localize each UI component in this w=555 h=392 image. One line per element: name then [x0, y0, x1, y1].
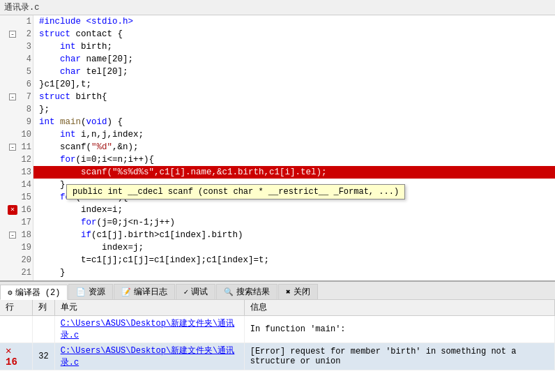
code-type: int [60, 130, 76, 140]
panel-tab-调试[interactable]: ✓调试 [176, 284, 215, 299]
panel-tab-搜索结果[interactable]: 🔍搜索结果 [216, 284, 278, 299]
tab-label: 搜索结果 [236, 286, 270, 298]
gutter-line-7: -7 [0, 91, 33, 103]
table-row[interactable]: C:\Users\ASUS\Desktop\新建文件夹\通讯录.cIn func… [0, 315, 555, 342]
code-container: 1-23456-78910-1112131415✕1617-1819202122… [0, 15, 555, 280]
gutter-line-5: 5 [0, 66, 33, 78]
line-number: 2 [19, 28, 31, 40]
panel-tab-资源[interactable]: 📄资源 [68, 284, 113, 299]
line-number: 1 [19, 15, 31, 28]
code-text [55, 117, 61, 127]
code-line-24: } [33, 266, 555, 279]
tab-label: 关闭 [294, 286, 310, 298]
table-header: 列 [33, 300, 54, 315]
line-number: 19 [19, 241, 31, 254]
tab-icon: 📝 [121, 287, 131, 296]
panel-tabs: ⚙编译器 (2)📄资源📝编译日志✓调试🔍搜索结果✖关闭 [0, 282, 555, 300]
panel-tab-编译器 (2)[interactable]: ⚙编译器 (2) [0, 285, 68, 300]
tab-icon: 📄 [76, 287, 86, 296]
unit-path[interactable]: C:\Users\ASUS\Desktop\新建文件夹\通讯录.c [54, 342, 244, 370]
code-text: index=i; [39, 205, 123, 215]
line-number: 5 [19, 66, 31, 78]
code-string: "%d" [91, 142, 112, 152]
fold-marker[interactable]: - [9, 93, 16, 100]
gutter-line-13: 13 [0, 166, 33, 179]
panel-content: 行列单元信息 C:\Users\ASUS\Desktop\新建文件夹\通讯录.c… [0, 300, 555, 392]
tab-icon: ✓ [183, 287, 188, 296]
tooltip-text: public int __cdecl scanf (const char * _… [73, 187, 399, 197]
line-number: 4 [19, 53, 31, 66]
code-text [39, 230, 81, 240]
gutter-line-14: 14 [0, 179, 33, 191]
gutter-line-20: 20 [0, 254, 33, 266]
code-line-9: }; [33, 103, 555, 116]
row-num [0, 315, 33, 342]
code-text: i,n,j,index; [76, 130, 144, 140]
bottom-panel: ⚙编译器 (2)📄资源📝编译日志✓调试🔍搜索结果✖关闭 行列单元信息 C:\Us… [0, 280, 555, 392]
code-keyword: struct [39, 92, 70, 102]
path-link[interactable]: C:\Users\ASUS\Desktop\新建文件夹\通讯录.c [61, 319, 235, 340]
code-line-25: for(i=0;i<n;i++) [33, 279, 555, 280]
code-text: ,c1[i].name,&c1.birth,c1[i].tel); [154, 167, 327, 177]
code-string: "%s%d%s" [112, 167, 154, 177]
gutter-line-12: 12 [0, 153, 33, 166]
code-preprocessor: #include <stdio.h> [39, 17, 133, 27]
code-text: birth; [76, 42, 113, 52]
fold-marker[interactable]: - [9, 232, 16, 239]
gutter-line-2: -2 [0, 28, 33, 40]
code-type: int [39, 117, 55, 127]
gutter-line-22: 22 [0, 279, 33, 280]
table-header: 单元 [54, 300, 244, 315]
tab-label: 编译日志 [134, 286, 167, 298]
code-keyword: for [60, 155, 76, 165]
gutter-line-9: 9 [0, 116, 33, 128]
line-number: 9 [19, 116, 31, 128]
panel-tab-关闭[interactable]: ✖关闭 [278, 284, 318, 299]
code-line-3: int birth; [33, 40, 555, 53]
code-type: char [60, 54, 81, 64]
gutter-line-8: 8 [0, 103, 33, 116]
fold-marker[interactable]: - [9, 144, 16, 151]
code-text: ,&n); [112, 142, 139, 152]
tab-icon: ⚙ [8, 288, 13, 297]
gutter-line-4: 4 [0, 53, 33, 66]
code-line-5: char tel[20]; [33, 66, 555, 78]
line-number: 16 [19, 204, 31, 216]
title-bar: 通讯录.c [0, 0, 555, 15]
unit-path[interactable]: C:\Users\ASUS\Desktop\新建文件夹\通讯录.c [54, 315, 244, 342]
panel-tab-编译日志[interactable]: 📝编译日志 [114, 284, 175, 299]
code-text [39, 155, 60, 165]
code-text: ) { [107, 117, 123, 127]
code-lines: #include <stdio.h>struct contact { int b… [33, 15, 555, 280]
code-text: }c1[20],t; [39, 80, 91, 89]
code-line-2: struct contact { [33, 28, 555, 40]
tab-icon: 🔍 [224, 287, 234, 296]
code-text [39, 67, 60, 77]
error-info: [Error] request for member 'birth' in so… [244, 342, 554, 370]
code-text: t=c1[j];c1[j]=c1[index];c1[index]=t; [39, 255, 269, 265]
code-text: tel[20]; [81, 67, 128, 77]
gutter-line-10: 10 [0, 128, 33, 141]
line-number: 7 [19, 91, 31, 103]
code-text: (i=0;i<=n;i++){ [76, 155, 155, 165]
code-line-11: int main(void) { [33, 116, 555, 128]
table-row[interactable]: ✕ 1632C:\Users\ASUS\Desktop\新建文件夹\通讯录.c[… [0, 342, 555, 370]
code-line-7: struct birth{ [33, 91, 555, 103]
table-header: 行 [0, 300, 33, 315]
error-marker: ✕ [8, 205, 17, 215]
path-link[interactable]: C:\Users\ASUS\Desktop\新建文件夹\通讯录.c [61, 346, 235, 368]
gutter-line-6: 6 [0, 78, 33, 91]
table-header: 信息 [244, 300, 554, 315]
fold-marker[interactable]: - [9, 31, 16, 38]
code-text: scanf( [39, 142, 91, 152]
code-line-4: char name[20]; [33, 53, 555, 66]
code-text: scanf( [39, 167, 112, 177]
line-number: 10 [19, 128, 31, 141]
line-number: 8 [19, 103, 31, 116]
code-text [39, 193, 60, 202]
col-num: 32 [33, 342, 54, 370]
tooltip-popup: public int __cdecl scanf (const char * _… [66, 184, 405, 199]
line-number: 20 [19, 254, 31, 266]
tab-label: 编译器 (2) [15, 287, 61, 299]
code-line-15: for(i=0;i<=n;i++){ [33, 153, 555, 166]
